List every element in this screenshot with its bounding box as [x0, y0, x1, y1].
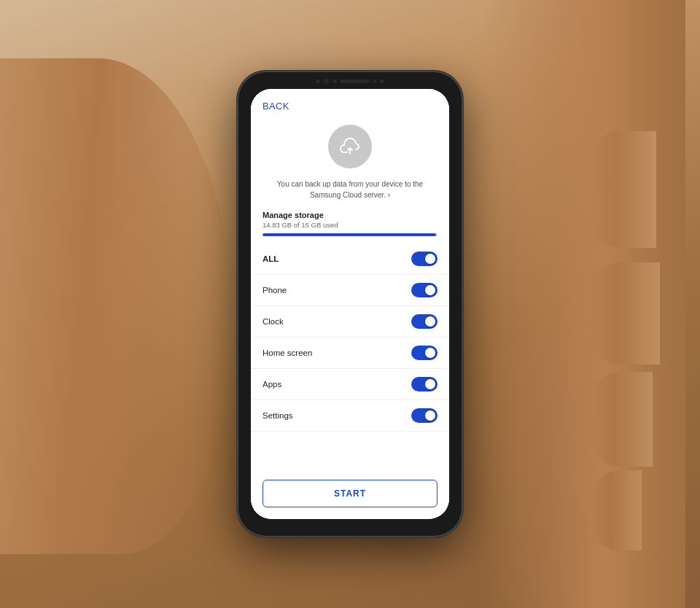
start-button-container: START [251, 472, 449, 519]
toggle-switch-phone[interactable] [411, 283, 438, 297]
toggle-list: ALL Phone Clock Home screen [251, 241, 449, 472]
phone-screen: BACK You can back up data from your devi… [251, 89, 449, 519]
toggle-item-phone: Phone [251, 275, 449, 306]
toggle-item-home-screen: Home screen [251, 338, 449, 369]
toggle-label-apps: Apps [262, 380, 281, 389]
toggle-label-home-screen: Home screen [262, 348, 312, 357]
toggle-label-clock: Clock [262, 317, 284, 326]
cloud-description-link[interactable]: › [388, 191, 390, 199]
toggle-item-apps: Apps [251, 369, 449, 400]
cloud-icon-circle [328, 125, 372, 168]
toggle-switch-apps[interactable] [411, 377, 438, 391]
toggle-label-all: ALL [262, 254, 279, 263]
toggle-item-clock: Clock [251, 306, 449, 338]
storage-title: Manage storage [262, 211, 438, 219]
toggle-switch-home-screen[interactable] [411, 346, 438, 360]
toggle-switch-clock[interactable] [411, 314, 438, 329]
back-button[interactable]: BACK [251, 101, 449, 117]
storage-progress-bg [262, 233, 438, 236]
toggle-label-settings: Settings [262, 411, 293, 420]
toggle-item-settings: Settings [251, 400, 449, 432]
start-button[interactable]: START [262, 480, 438, 507]
storage-progress-fill [262, 233, 436, 236]
toggle-item-all: ALL [251, 243, 449, 275]
toggle-switch-all[interactable] [411, 252, 438, 266]
cloud-description: You can back up data from your device to… [251, 174, 449, 203]
storage-section: Manage storage 14.83 GB of 15 GB used [251, 203, 449, 241]
toggle-switch-settings[interactable] [411, 408, 438, 423]
toggle-label-phone: Phone [262, 286, 287, 295]
cloud-upload-icon [338, 135, 362, 158]
cloud-icon-container [251, 117, 449, 174]
storage-subtitle: 14.83 GB of 15 GB used [262, 221, 438, 229]
